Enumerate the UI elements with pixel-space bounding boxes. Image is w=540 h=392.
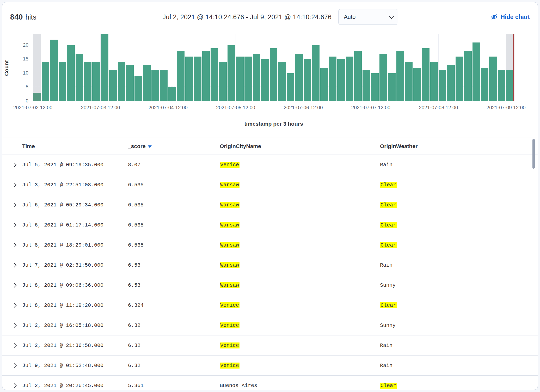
expand-row-button[interactable] [8,304,20,307]
histogram-bar[interactable] [337,59,345,101]
histogram-bar[interactable] [84,62,91,101]
histogram-bar[interactable] [304,59,311,101]
column-header-score[interactable]: _score [126,143,218,149]
histogram-bar[interactable] [177,51,184,101]
expand-row-button[interactable] [8,163,20,167]
histogram-bar[interactable] [363,70,370,101]
bar-slot [75,34,83,101]
x-tick-label: 2021-07-02 12:00 [13,105,52,111]
histogram-bar[interactable] [126,65,134,101]
time-cell-value: Jul 8, 2021 @ 18:29:01.000 [22,242,103,248]
expand-row-button[interactable] [8,384,20,387]
histogram-bar[interactable] [211,48,218,101]
histogram-bar[interactable] [396,51,404,101]
histogram-bar[interactable] [134,76,142,101]
bar-slot [134,34,143,101]
histogram-plot-area[interactable] [33,34,514,101]
histogram-bar[interactable] [498,70,505,101]
histogram-bar[interactable] [439,70,446,101]
bar-slot [100,34,109,101]
histogram-bar[interactable] [236,57,243,101]
histogram-bar[interactable] [489,57,497,101]
histogram-bar[interactable] [219,62,226,101]
histogram-bar[interactable] [354,51,362,101]
expand-row-button[interactable] [8,364,20,367]
sort-desc-icon[interactable] [148,145,152,148]
histogram-bar[interactable] [168,87,176,101]
bar-slot [320,34,328,101]
histogram-bar[interactable] [76,54,83,101]
score-cell-value: 6.32 [128,342,140,348]
histogram-bar[interactable] [244,57,252,101]
expand-row-button[interactable] [8,203,20,207]
table-header-row: Time _score OriginCityName OriginWeather [2,138,538,155]
histogram-bar[interactable] [472,42,480,101]
histogram-bar[interactable] [101,34,108,101]
histogram-bar[interactable] [413,68,421,101]
histogram-bar[interactable] [202,51,210,101]
histogram-bar[interactable] [270,48,277,101]
histogram-bar[interactable] [59,62,66,101]
histogram-bar[interactable] [261,59,269,101]
expand-row-button[interactable] [8,344,20,347]
histogram-bar[interactable] [253,54,260,101]
time-cell-value: Jul 2, 2021 @ 16:05:18.000 [22,322,103,328]
histogram-bar[interactable] [109,70,117,101]
score-cell-value: 6.32 [128,363,140,369]
table-row: Jul 8, 2021 @ 09:06:36.0006.53WarsawSunn… [2,275,538,295]
histogram-bar[interactable] [67,45,75,101]
histogram-bar[interactable] [295,54,303,101]
chevron-right-icon [12,383,16,388]
histogram-bar[interactable] [320,68,328,101]
histogram-bar[interactable] [379,54,387,101]
histogram-bar[interactable] [151,70,159,101]
histogram-bar[interactable] [287,73,294,101]
x-axis-title: timestamp per 3 hours [33,121,514,127]
origin-weather-cell-value: Sunny [380,282,396,288]
histogram-bar[interactable] [464,51,471,101]
bar-slot [58,34,66,101]
histogram-bar[interactable] [405,62,412,101]
vertical-scrollbar-thumb[interactable] [532,139,535,169]
histogram-bar[interactable] [447,65,455,101]
histogram-bar[interactable] [92,62,100,101]
expand-row-button[interactable] [8,284,20,287]
bar-slot [193,34,202,101]
histogram-bar[interactable] [185,57,193,101]
histogram-bar[interactable] [422,48,429,101]
histogram-bar[interactable] [481,68,488,101]
histogram-bar[interactable] [456,57,463,101]
column-header-time[interactable]: Time [20,143,126,149]
table-row: Jul 6, 2021 @ 01:17:14.0006.535WarsawCle… [2,215,538,235]
expand-row-button[interactable] [8,324,20,327]
histogram-bar[interactable] [118,62,125,101]
expand-row-button[interactable] [8,223,20,227]
histogram-bar[interactable] [371,73,379,101]
histogram-bar[interactable] [160,70,168,101]
histogram-bar[interactable] [312,45,320,101]
histogram-bar[interactable] [388,73,396,101]
expand-row-button[interactable] [8,264,20,267]
histogram-bar[interactable] [143,65,151,101]
histogram-bar[interactable] [42,62,49,101]
histogram-bar[interactable] [278,62,286,101]
histogram-bar[interactable] [228,45,235,101]
histogram-bar[interactable] [194,57,201,101]
interval-select-value: Auto [344,14,355,20]
score-cell-value: 6.53 [128,262,140,268]
histogram-bar[interactable] [50,40,58,101]
column-header-originweather[interactable]: OriginWeather [378,143,538,149]
x-tick-label: 2021-07-07 12:00 [351,105,390,111]
interval-select[interactable]: Auto [338,9,398,25]
expand-row-button[interactable] [8,183,20,187]
column-header-origincityname[interactable]: OriginCityName [218,143,378,149]
origin-weather-cell-value: Rain [380,162,392,168]
score-cell-value: 6.32 [128,322,140,328]
bar-slot [261,34,269,101]
histogram-bar[interactable] [33,93,41,101]
expand-row-button[interactable] [8,243,20,247]
hide-chart-button[interactable]: Hide chart [465,14,530,21]
histogram-bar[interactable] [430,62,438,101]
histogram-bar[interactable] [329,57,336,101]
histogram-bar[interactable] [346,57,353,101]
